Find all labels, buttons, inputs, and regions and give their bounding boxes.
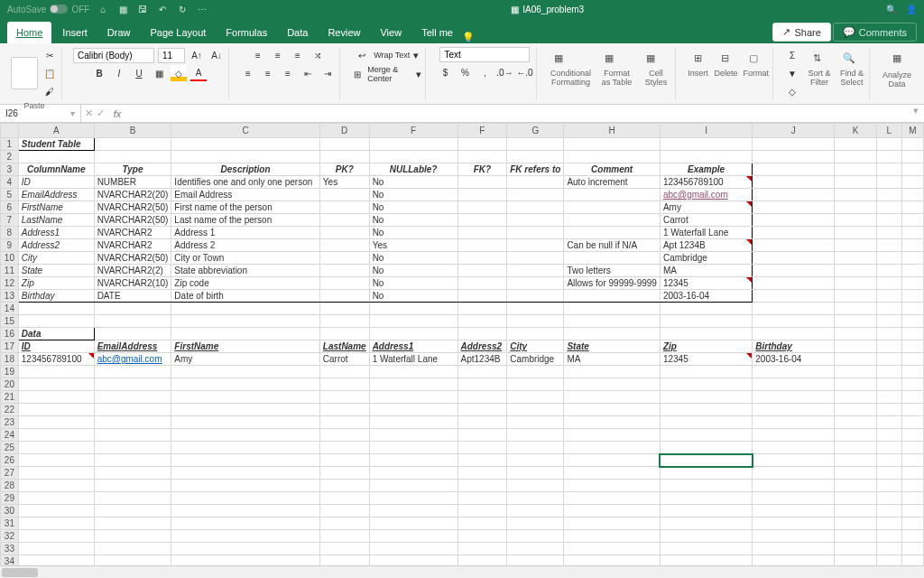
- fx-icon[interactable]: fx: [108, 105, 126, 122]
- cell-E16[interactable]: [369, 328, 457, 340]
- cell-J15[interactable]: [753, 315, 835, 328]
- comments-button[interactable]: 💬Comments: [833, 23, 917, 42]
- cell-M18[interactable]: [901, 353, 923, 366]
- clear-icon[interactable]: ◇: [784, 83, 800, 99]
- cell-A1[interactable]: Student Table: [18, 138, 94, 151]
- insert-cells-button[interactable]: ⊞: [687, 47, 708, 69]
- cell-M8[interactable]: [901, 227, 923, 239]
- cell-H31[interactable]: [564, 517, 661, 530]
- cell-I13[interactable]: 2003-16-04: [660, 290, 752, 303]
- cell-A23[interactable]: [18, 416, 94, 429]
- cell-L26[interactable]: [876, 454, 901, 467]
- name-box[interactable]: I26▾: [0, 105, 81, 122]
- cell-M28[interactable]: [901, 480, 923, 492]
- cell-D12[interactable]: [319, 277, 369, 290]
- cell-L15[interactable]: [876, 315, 901, 328]
- cell-A17[interactable]: ID: [18, 340, 94, 353]
- cell-M7[interactable]: [901, 214, 923, 227]
- cell-L34[interactable]: [876, 555, 901, 566]
- select-all-corner[interactable]: [1, 124, 19, 138]
- cell-H7[interactable]: [564, 214, 661, 227]
- cell-J31[interactable]: [753, 517, 835, 530]
- indent-dec-icon[interactable]: ⇤: [300, 65, 316, 81]
- ribbon-tab-draw[interactable]: Draw: [98, 22, 140, 43]
- cell-E20[interactable]: [369, 378, 457, 391]
- align-right-icon[interactable]: ≡: [280, 65, 296, 81]
- row-header-26[interactable]: 26: [1, 454, 19, 467]
- cell-B2[interactable]: [94, 151, 171, 163]
- cell-C21[interactable]: [171, 391, 319, 404]
- row-header-24[interactable]: 24: [1, 429, 19, 442]
- cell-B29[interactable]: [94, 492, 171, 505]
- cell-I27[interactable]: [660, 467, 752, 480]
- cell-C26[interactable]: [171, 454, 319, 467]
- cell-B17[interactable]: EmailAddress: [94, 340, 171, 353]
- cell-A20[interactable]: [18, 378, 94, 391]
- cell-I2[interactable]: [660, 151, 752, 163]
- cell-C10[interactable]: City or Town: [171, 252, 319, 265]
- cell-K15[interactable]: [835, 315, 876, 328]
- cell-E19[interactable]: [369, 366, 457, 378]
- cell-H16[interactable]: [564, 328, 661, 340]
- cell-I23[interactable]: [660, 416, 752, 429]
- cell-E31[interactable]: [369, 517, 457, 530]
- cell-I16[interactable]: [660, 328, 752, 340]
- cell-J16[interactable]: [753, 328, 835, 340]
- cell-J29[interactable]: [753, 492, 835, 505]
- cell-G32[interactable]: [507, 530, 564, 543]
- cell-G23[interactable]: [507, 416, 564, 429]
- cell-I29[interactable]: [660, 492, 752, 505]
- cell-K18[interactable]: [835, 353, 876, 366]
- cell-K20[interactable]: [835, 378, 876, 391]
- font-color-button[interactable]: A: [190, 65, 207, 81]
- cell-H25[interactable]: [564, 442, 661, 454]
- cell-C14[interactable]: [171, 303, 319, 315]
- cell-H14[interactable]: [564, 303, 661, 315]
- cell-A28[interactable]: [18, 480, 94, 492]
- border-button[interactable]: ▦: [151, 65, 167, 81]
- copy-icon[interactable]: 📋: [42, 65, 58, 81]
- cell-C23[interactable]: [171, 416, 319, 429]
- cell-M26[interactable]: [901, 454, 923, 467]
- col-header-F[interactable]: F: [369, 124, 457, 138]
- delete-cells-button[interactable]: ⊟: [714, 47, 735, 69]
- cell-H15[interactable]: [564, 315, 661, 328]
- cell-H23[interactable]: [564, 416, 661, 429]
- cell-D19[interactable]: [319, 366, 369, 378]
- cell-F8[interactable]: [457, 227, 507, 239]
- cell-A16[interactable]: Data: [18, 328, 94, 340]
- cell-C1[interactable]: [171, 138, 319, 151]
- cell-A18[interactable]: 123456789100: [18, 353, 94, 366]
- cell-C18[interactable]: Amy: [171, 353, 319, 366]
- cell-E28[interactable]: [369, 480, 457, 492]
- cell-J30[interactable]: [753, 505, 835, 517]
- cell-M25[interactable]: [901, 442, 923, 454]
- cell-K9[interactable]: [835, 239, 876, 252]
- cell-M12[interactable]: [901, 277, 923, 290]
- expand-formula-icon[interactable]: ▾: [908, 105, 924, 122]
- row-header-3[interactable]: 3: [1, 163, 19, 176]
- cell-E13[interactable]: No: [369, 290, 457, 303]
- cell-H21[interactable]: [564, 391, 661, 404]
- cell-G29[interactable]: [507, 492, 564, 505]
- align-bot-icon[interactable]: ≡: [290, 47, 306, 63]
- redo-icon[interactable]: ↻: [176, 3, 189, 15]
- cell-K29[interactable]: [835, 492, 876, 505]
- cell-E10[interactable]: No: [369, 252, 457, 265]
- cell-B30[interactable]: [94, 505, 171, 517]
- row-header-2[interactable]: 2: [1, 151, 19, 163]
- col-header-I[interactable]: I: [660, 124, 752, 138]
- cell-B32[interactable]: [94, 530, 171, 543]
- cell-B16[interactable]: [94, 328, 171, 340]
- cell-G18[interactable]: Cambridge: [507, 353, 564, 366]
- cell-I5[interactable]: abc@gmail.com: [660, 189, 752, 201]
- cell-E17[interactable]: Address1: [369, 340, 457, 353]
- cell-D2[interactable]: [319, 151, 369, 163]
- cell-B18[interactable]: abc@gmail.com: [94, 353, 171, 366]
- cell-M4[interactable]: [901, 176, 923, 189]
- cell-A6[interactable]: FirstName: [18, 201, 94, 214]
- cell-F17[interactable]: Address2: [457, 340, 507, 353]
- cell-G13[interactable]: [507, 290, 564, 303]
- cell-I4[interactable]: 123456789100: [660, 176, 752, 189]
- cell-L3[interactable]: [876, 163, 901, 176]
